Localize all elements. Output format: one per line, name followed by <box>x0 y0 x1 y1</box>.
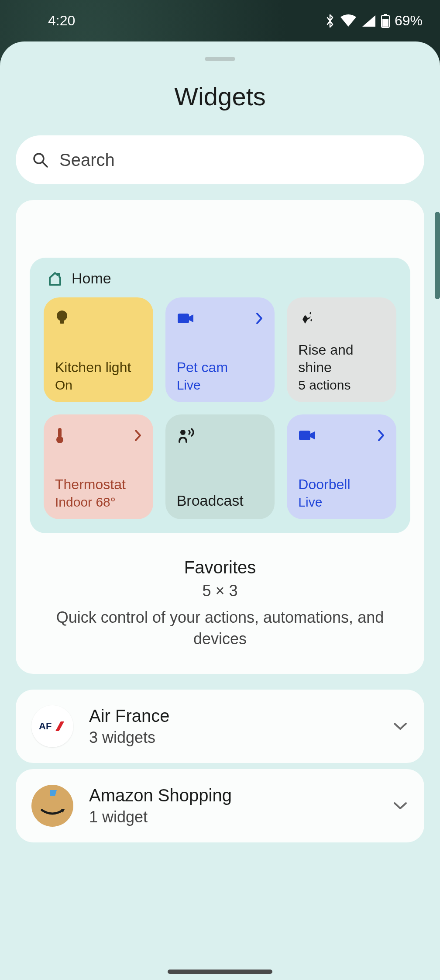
svg-line-4 <box>43 162 47 167</box>
status-icons: 69% <box>325 13 423 29</box>
chevron-down-icon <box>392 721 409 732</box>
tile-broadcast: Broadcast <box>165 414 275 519</box>
tile-title: Thermostat <box>55 476 142 493</box>
tile-pet-cam: Pet cam Live <box>165 297 275 402</box>
svg-rect-8 <box>58 428 62 438</box>
bluetooth-icon <box>325 14 335 28</box>
search-icon <box>31 151 49 169</box>
lightbulb-icon <box>55 310 69 327</box>
tile-kitchen-light: Kitchen light On <box>44 297 153 402</box>
search-input[interactable]: Search <box>16 135 424 184</box>
home-widget-label: Home <box>72 270 111 287</box>
tile-subtitle: Live <box>177 378 264 393</box>
home-icon <box>47 271 63 286</box>
page-title: Widgets <box>16 82 424 111</box>
broadcast-icon <box>177 427 196 444</box>
widgets-sheet[interactable]: Widgets Search Home Kitchen light On <box>0 41 440 980</box>
wifi-icon <box>340 14 357 28</box>
battery-icon <box>381 14 390 28</box>
app-name: Amazon Shopping <box>89 786 376 805</box>
navigation-handle[interactable] <box>168 970 272 974</box>
widget-name: Favorites <box>30 558 410 577</box>
status-time: 4:20 <box>17 13 75 29</box>
tile-subtitle: On <box>55 378 142 393</box>
home-widget-preview: Home Kitchen light On <box>30 258 410 533</box>
chevron-right-icon <box>255 312 263 325</box>
app-widget-count: 3 widgets <box>89 728 376 747</box>
tile-subtitle: Live <box>298 495 385 510</box>
tile-subtitle: 5 actions <box>298 378 385 393</box>
app-icon-air-france: AF <box>31 705 73 747</box>
sheet-grabber[interactable] <box>205 57 235 61</box>
home-widget-header: Home <box>44 270 396 287</box>
app-widget-count: 1 widget <box>89 808 376 826</box>
widget-description: Quick control of your actions, automatio… <box>30 607 410 649</box>
camera-icon <box>177 312 195 325</box>
widget-preview-card[interactable]: Home Kitchen light On <box>16 200 424 674</box>
app-row-air-france[interactable]: AF Air France 3 widgets <box>16 690 424 763</box>
svg-rect-2 <box>382 19 388 27</box>
svg-rect-6 <box>60 320 64 324</box>
chevron-right-icon <box>134 429 142 442</box>
camera-icon <box>298 429 316 442</box>
thermometer-icon <box>55 427 65 444</box>
svg-point-3 <box>34 154 44 163</box>
tile-title: Broadcast <box>177 491 264 510</box>
app-row-amazon-shopping[interactable]: Amazon Shopping 1 widget <box>16 769 424 842</box>
tile-title: Rise and shine <box>298 341 385 376</box>
tile-title: Pet cam <box>177 359 264 376</box>
tile-doorbell: Doorbell Live <box>287 414 396 519</box>
svg-rect-1 <box>384 14 387 16</box>
svg-point-10 <box>180 430 186 435</box>
widget-meta: Favorites 5 × 3 Quick control of your ac… <box>30 558 410 649</box>
svg-rect-11 <box>299 431 310 440</box>
svg-point-9 <box>56 436 63 443</box>
svg-point-5 <box>57 311 67 321</box>
tile-title: Doorbell <box>298 476 385 493</box>
tile-thermostat: Thermostat Indoor 68° <box>44 414 153 519</box>
chevron-down-icon <box>392 801 409 811</box>
battery-text: 69% <box>395 13 423 29</box>
tile-title: Kitchen light <box>55 359 142 376</box>
search-placeholder: Search <box>59 150 115 170</box>
tile-rise-shine: Rise and shine 5 actions <box>287 297 396 402</box>
widget-size: 5 × 3 <box>30 582 410 600</box>
svg-rect-7 <box>178 314 189 323</box>
chevron-right-icon <box>377 429 385 442</box>
status-bar: 4:20 69% <box>0 0 440 41</box>
app-name: Air France <box>89 706 376 726</box>
app-icon-amazon <box>31 785 73 827</box>
scroll-indicator[interactable] <box>435 212 440 299</box>
signal-icon <box>361 14 376 28</box>
svg-text:AF: AF <box>39 721 52 732</box>
sparkle-icon <box>298 310 316 327</box>
tile-subtitle: Indoor 68° <box>55 495 142 510</box>
